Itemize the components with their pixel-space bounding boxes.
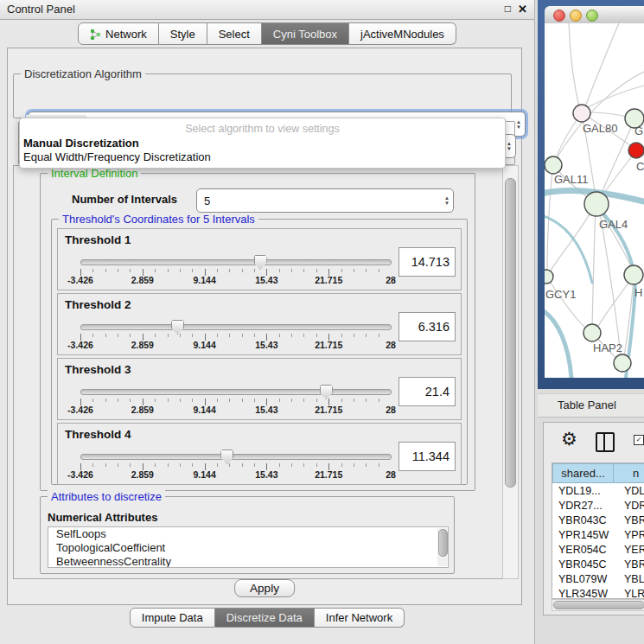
tab-impute-data[interactable]: Impute Data [130,608,215,628]
network-edge[interactable] [598,207,632,269]
combo-stepper-icon: ▲▼ [444,189,450,212]
tick-label: 28 [386,469,396,480]
threshold-slider-track[interactable] [80,454,392,460]
algorithm-hint-option[interactable]: Select algorithm to view settings [20,118,505,135]
numerical-attributes-list[interactable]: SelfLoopsTopologicalCoefficientBetweenne… [48,526,449,568]
threshold-panel: Threshold 2-3.4262.8599.14415.4321.71528… [57,293,462,355]
table-panel-title: Table Panel [558,399,616,411]
table-cell: YDR27... [552,500,618,512]
network-edge[interactable] [583,23,619,111]
close-traffic-light-icon[interactable] [553,10,565,22]
tab-style[interactable]: Style [159,22,207,45]
tab-cyni-toolbox[interactable]: Cyni Toolbox [262,22,349,45]
slider-thumb[interactable] [220,450,233,464]
slider-thumb[interactable] [320,385,333,399]
network-icon [90,29,101,40]
attribute-item[interactable]: TopologicalCoefficient [48,541,448,555]
threshold-coordinates-title: Threshold's Coordinates for 5 Intervals [59,213,258,226]
network-edge[interactable] [584,86,644,109]
network-canvas[interactable]: GAL80GGAL11CGAL4GCY1HHAP2 [545,23,644,378]
tick-label: 21.715 [315,405,342,415]
table-row[interactable]: YDL19...YDL1 [552,483,644,498]
threshold-label: Threshold 2 [65,298,131,311]
select-columns-icons[interactable]: ✓ ✓ [634,435,644,445]
tab-jactivemnodules[interactable]: jActiveMNodules [349,22,456,45]
tab-label: Impute Data [142,611,203,624]
node-attribute-table[interactable]: shared...n YDL19...YDL1YDR27...YDR2YBR04… [552,462,644,599]
attribute-item[interactable]: BetweennessCentrality [48,555,448,568]
network-node[interactable] [583,324,601,341]
table-row[interactable]: YBR045CYBR0 [552,557,644,571]
table-row[interactable]: YDR27...YDR2 [552,498,644,513]
network-node[interactable] [628,143,644,158]
close-window-icon[interactable]: ✕ [518,3,527,16]
network-edge[interactable] [592,208,596,327]
threshold-value-field[interactable]: 6.316 [399,312,456,341]
attributes-list-scrollbar[interactable] [437,528,447,566]
table-row[interactable]: YPR145WYPR1 [552,527,644,542]
threshold-slider-track[interactable] [80,324,392,330]
tick-label: 15.43 [255,469,277,480]
table-cell: YLR3 [618,588,644,600]
control-panel-window: Control Panel □ ✕ NetworkStyleSelectCyni… [0,0,535,644]
network-edge-highlighted[interactable] [545,309,571,378]
column-header[interactable]: shared... [552,463,614,483]
network-node[interactable] [573,105,590,122]
network-node-label: GCY1 [545,288,576,301]
table-cell: YDL19... [552,485,618,497]
scrollbar-thumb[interactable] [505,178,516,488]
tick-label: -3.426 [67,405,93,415]
network-node[interactable] [545,156,562,174]
apply-button[interactable]: Apply [234,579,295,597]
network-node-label: H [634,286,642,299]
threshold-value-field[interactable]: 11.344 [399,442,456,471]
network-edge[interactable] [602,153,634,196]
threshold-slider-track[interactable] [80,389,392,395]
tick-label: 21.715 [315,275,342,285]
tab-label: Infer Network [326,611,392,624]
scrollbar-thumb[interactable] [553,601,644,609]
tick-label: 9.144 [193,275,215,285]
column-header[interactable]: n [614,463,644,483]
slider-thumb[interactable] [254,255,267,270]
checkbox-icon[interactable]: ✓ [634,435,644,445]
combo-stepper-icon: ▲▼ [507,135,512,157]
table-horizontal-scrollbar[interactable] [552,599,644,611]
float-window-icon[interactable]: □ [505,3,511,15]
table-row[interactable]: YBL079WYBL0 [552,571,644,586]
threshold-slider-track[interactable] [80,259,392,265]
gear-icon[interactable]: ⚙ [561,429,577,450]
table-cell: YBR043C [552,514,618,526]
tab-discretize-data[interactable]: Discretize Data [215,608,315,628]
scrollbar-thumb[interactable] [438,529,448,557]
tab-infer-network[interactable]: Infer Network [315,608,405,628]
zoom-traffic-light-icon[interactable] [586,10,598,22]
table-row[interactable]: YBR043CYBR0 [552,513,644,527]
threshold-panel: Threshold 3-3.4262.8599.14415.4321.71528… [57,358,462,420]
tab-select[interactable]: Select [207,22,262,45]
minimize-traffic-light-icon[interactable] [570,10,582,22]
split-column-icon[interactable] [596,432,615,452]
table-cell: YPR145W [552,529,618,541]
network-node[interactable] [584,192,609,216]
attribute-item[interactable]: SelfLoops [48,527,448,541]
tab-label: Network [105,28,147,41]
table-row[interactable]: YER054CYER0 [552,542,644,557]
threshold-coordinates-group: Threshold's Coordinates for 5 Intervals … [51,219,468,485]
network-edge[interactable] [569,23,580,111]
network-node[interactable] [624,265,643,284]
network-node[interactable] [545,270,553,284]
algorithm-option-manual-discretization[interactable]: Manual Discretization [23,137,501,150]
table-row[interactable]: YLR345WYLR3 [552,586,644,599]
slider-thumb[interactable] [171,320,184,335]
window-title: Control Panel [7,3,75,16]
tab-network[interactable]: Network [78,22,159,45]
network-node[interactable] [614,354,631,372]
tick-label: 21.715 [315,340,342,350]
number-of-intervals-select[interactable]: 5 ▲▼ [196,188,454,213]
panel-vertical-scrollbar[interactable] [502,165,519,579]
threshold-value-field[interactable]: 14.713 [399,247,456,277]
tick-label: -3.426 [67,469,93,480]
algorithm-option-equal-width-frequency-discretization[interactable]: Equal Width/Frequency Discretization [23,150,501,163]
threshold-value-field[interactable]: 21.4 [399,377,456,406]
